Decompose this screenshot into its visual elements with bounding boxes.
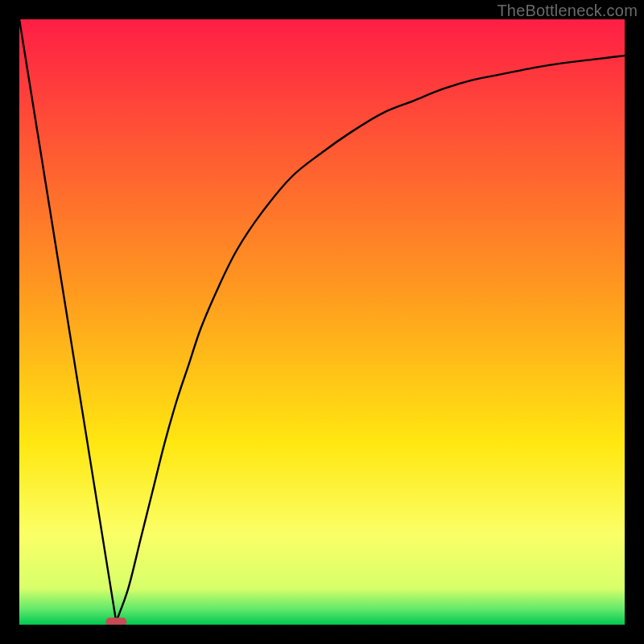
watermark-text: TheBottleneck.com [497, 2, 638, 20]
minimum-marker [105, 617, 126, 625]
chart-frame: TheBottleneck.com [0, 0, 644, 644]
plot-area [19, 19, 625, 625]
chart-svg [19, 19, 625, 625]
gradient-background [19, 19, 625, 625]
